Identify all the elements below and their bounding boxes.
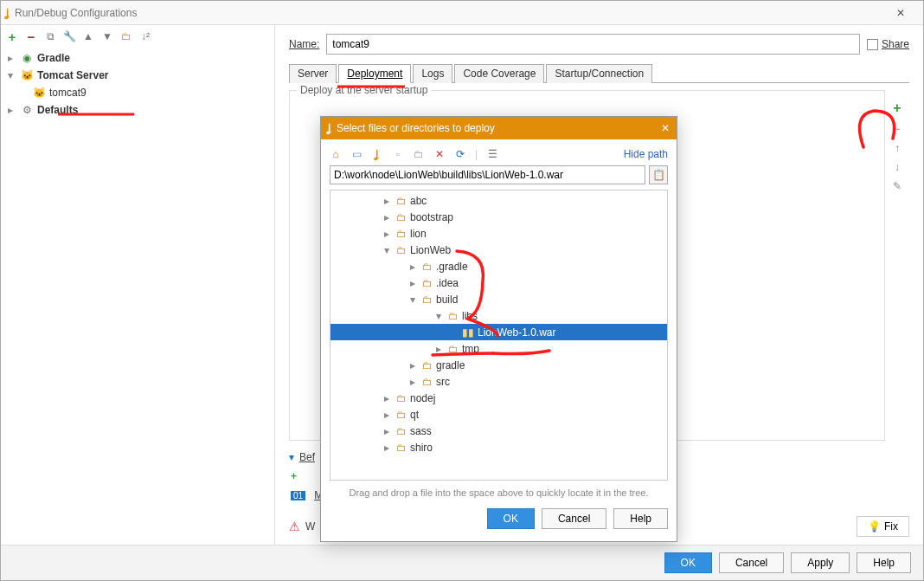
module-icon[interactable]: ▫ [392,148,404,160]
dialog-help-button[interactable]: Help [613,508,668,529]
tree-node-gradle[interactable]: ▸ ◉ Gradle [6,49,269,67]
tree-node-tmp[interactable]: ▸🗀tmp [330,340,667,357]
dialog-hint: Drag and drop a file into the space abov… [330,487,668,498]
project-icon[interactable]: ʝ [371,148,383,160]
title-bar: ʝ Run/Debug Configurations ✕ [1,1,923,25]
settings-icon[interactable]: 🔧 [63,30,75,42]
tree-node-libs[interactable]: ▾🗀libs [330,307,667,324]
tree-node-gradle-hidden[interactable]: ▸🗀.gradle [330,258,667,274]
tab-logs[interactable]: Logs [413,64,452,83]
bulb-icon: 💡 [868,520,881,533]
add-step-icon[interactable]: + [291,470,297,482]
tree-node-src[interactable]: ▸🗀src [330,373,667,390]
tree-node-bootstrap[interactable]: ▸🗀bootstrap [330,209,667,225]
before-label: Bef [299,451,315,463]
config-tree: ▸ ◉ Gradle ▾ 🐱 Tomcat Server 🐱 tomcat9 ▸… [1,48,274,120]
sort-icon[interactable]: ↓² [139,30,151,42]
path-input[interactable] [330,165,645,184]
tree-node-lionweb[interactable]: ▾🗀LionWeb [330,242,667,258]
tree-node-qt[interactable]: ▸🗀qt [330,406,667,423]
tree-node-gradle[interactable]: ▸🗀gradle [330,357,667,373]
tree-node-sass[interactable]: ▸🗀sass [330,423,667,439]
tabs: Server Deployment Logs Code Coverage Sta… [289,63,909,83]
name-label: Name: [289,38,319,50]
new-folder-icon[interactable]: 🗀 [413,148,425,160]
cancel-button[interactable]: Cancel [719,552,784,573]
refresh-icon[interactable]: ⟳ [454,148,466,160]
tree-node-defaults[interactable]: ▸ ⚙ Defaults [6,101,269,119]
dialog-title: Select files or directories to deploy [337,122,495,134]
file-tree[interactable]: ▸🗀abc ▸🗀bootstrap ▸🗀lion ▾🗀LionWeb ▸🗀.gr… [330,190,668,481]
collapse-icon[interactable]: ▾ [289,451,294,463]
m-icon: 01 [291,491,305,500]
file-chooser-dialog: ʝ Select files or directories to deploy … [320,116,677,542]
dialog-ok-button[interactable]: OK [487,508,535,529]
tree-node-tomcat9[interactable]: 🐱 tomcat9 [6,84,269,101]
tree-node-nodej[interactable]: ▸🗀nodej [330,390,667,406]
dialog-toolbar: ⌂ ▭ ʝ ▫ 🗀 ✕ ⟳ | ☰ Hide path [330,148,668,160]
history-icon[interactable]: 📋 [649,165,668,184]
up-icon[interactable]: ▲ [82,30,94,42]
tree-node-idea[interactable]: ▸🗀.idea [330,274,667,291]
dialog-app-icon: ʝ [328,122,331,134]
add-artifact-icon[interactable]: + [893,100,901,116]
tab-startup[interactable]: Startup/Connection [546,64,652,83]
tree-node-war-selected[interactable]: ▮▮LionWeb-1.0.war [330,324,667,340]
folder-icon[interactable]: 🗀 [120,30,132,42]
w-label: W [305,520,315,533]
home-icon[interactable]: ⌂ [330,148,342,160]
side-tools: + − ↑ ↓ ✎ [885,90,909,441]
window-title: Run/Debug Configurations [15,7,137,19]
footer: OK Cancel Apply Help [1,545,923,580]
delete-icon[interactable]: ✕ [433,148,446,160]
desktop-icon[interactable]: ▭ [350,148,363,160]
tree-node-tomcat-server[interactable]: ▾ 🐱 Tomcat Server [6,67,269,84]
tree-node-build[interactable]: ▾🗀build [330,291,667,307]
copy-icon[interactable]: ⧉ [44,30,56,42]
deploy-group-label: Deploy at the server startup [297,84,431,96]
tree-node-shiro[interactable]: ▸🗀shiro [330,439,667,455]
tab-code-coverage[interactable]: Code Coverage [454,64,544,83]
add-icon[interactable]: + [6,30,18,42]
remove-icon[interactable]: − [25,30,37,42]
apply-button[interactable]: Apply [791,552,850,573]
dialog-cancel-button[interactable]: Cancel [542,508,606,529]
left-panel: + − ⧉ 🔧 ▲ ▼ 🗀 ↓² ▸ ◉ Gradle ▾ 🐱 Tomcat S [1,25,275,545]
down-artifact-icon[interactable]: ↓ [895,161,900,173]
warning-icon: ⚠ [289,520,300,533]
close-button[interactable]: ✕ [883,7,918,19]
name-input[interactable] [326,34,860,55]
help-button[interactable]: Help [857,552,911,573]
share-label: Share [882,38,909,50]
edit-artifact-icon[interactable]: ✎ [893,180,902,192]
dialog-titlebar: ʝ Select files or directories to deploy … [321,117,677,139]
tab-server[interactable]: Server [289,64,337,83]
remove-artifact-icon[interactable]: − [894,123,900,135]
fix-button[interactable]: 💡 Fix [857,516,909,537]
tree-node-lion[interactable]: ▸🗀lion [330,225,667,242]
fix-label: Fix [884,520,898,533]
share-checkbox[interactable]: Share [867,38,909,50]
ok-button[interactable]: OK [664,552,712,573]
tab-deployment[interactable]: Deployment [338,64,411,83]
hide-path-link[interactable]: Hide path [624,148,668,160]
dialog-close-icon[interactable]: ✕ [661,122,670,134]
up-artifact-icon[interactable]: ↑ [895,142,900,154]
app-icon: ʝ [6,7,10,19]
down-icon[interactable]: ▼ [101,30,113,42]
show-hidden-icon[interactable]: ☰ [486,148,498,160]
config-toolbar: + − ⧉ 🔧 ▲ ▼ 🗀 ↓² [1,25,274,48]
tree-node-abc[interactable]: ▸🗀abc [330,192,667,209]
